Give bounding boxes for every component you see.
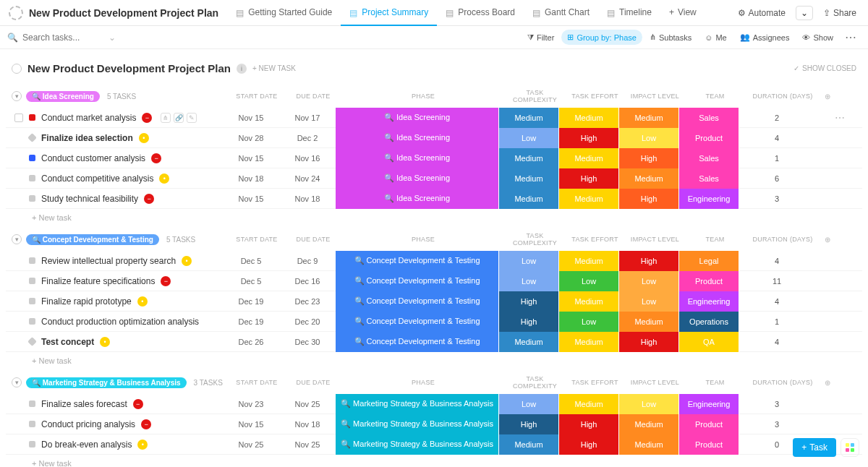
effort-cell[interactable]: High [559,168,619,189]
effort-cell[interactable]: Low [559,271,619,291]
complexity-cell[interactable]: Medium [499,108,559,128]
impact-cell[interactable]: Low [619,291,679,312]
subtasks-button[interactable]: ⋔Subtasks [644,30,697,45]
start-date-cell[interactable]: Nov 25 [223,440,279,449]
duration-cell[interactable]: 4 [739,257,814,265]
duration-cell[interactable]: 1 [739,317,814,326]
start-date-cell[interactable]: Dec 5 [223,277,279,286]
task-name-cell[interactable]: Finalize rapid prototype • [6,296,223,307]
due-date-cell[interactable]: Nov 25 [279,440,336,449]
start-date-cell[interactable]: Nov 23 [223,400,279,408]
task-name-cell[interactable]: Conduct market analysis − ⋔ 🔗 ✎ [6,113,223,123]
task-name-cell[interactable]: Finalize sales forecast − [6,399,223,409]
status-square[interactable] [29,175,35,181]
status-square[interactable] [29,318,35,325]
team-cell[interactable]: Legal [679,251,739,271]
task-checkbox[interactable] [14,113,23,122]
complexity-cell[interactable]: Medium [499,189,559,209]
team-cell[interactable]: Engineering [679,189,739,209]
phase-cell[interactable]: 🔍 Concept Development & Testing [336,251,499,271]
task-row[interactable]: Conduct pricing analysis − Nov 15 Nov 18… [6,414,862,434]
due-date-cell[interactable]: Dec 30 [279,338,336,346]
row-more-menu[interactable]: ⋯ [829,112,851,124]
duration-cell[interactable]: 4 [739,297,814,306]
complexity-cell[interactable]: Low [499,271,559,291]
team-cell[interactable]: QA [679,332,739,352]
phase-cell[interactable]: 🔍 Idea Screening [336,189,499,209]
new-task-header-button[interactable]: + NEW TASK [252,64,296,72]
start-date-cell[interactable]: Nov 15 [223,154,279,163]
status-square[interactable] [29,257,35,264]
complexity-cell[interactable]: Low [499,128,559,148]
tab-gantt-chart[interactable]: ▤Gantt Chart [524,0,598,26]
add-column[interactable]: ⊕ [820,93,835,100]
me-button[interactable]: ☺Me [699,30,733,45]
impact-cell[interactable]: High [619,148,679,168]
task-row[interactable]: Conduct customer analysis − Nov 15 Nov 1… [6,148,862,168]
filter-button[interactable]: ⧩Filter [522,30,560,45]
impact-cell[interactable]: High [619,251,679,271]
complexity-cell[interactable]: Medium [499,148,559,168]
due-date-cell[interactable]: Dec 9 [279,257,336,265]
automate-button[interactable]: ⚙ Automate [732,5,791,21]
subtask-icon[interactable]: ⋔ [161,113,171,123]
status-square[interactable] [29,195,35,202]
status-square[interactable] [29,441,35,447]
due-date-cell[interactable]: Nov 16 [279,154,336,163]
group-by-button[interactable]: ⊞Group by: Phase [561,30,642,45]
task-row[interactable]: Study technical feasibility − Nov 15 Nov… [6,189,862,209]
new-task-fab[interactable]: +Task [793,438,836,457]
task-row[interactable]: Review intellectual property search • De… [6,251,862,271]
due-date-cell[interactable]: Nov 17 [279,113,336,122]
start-date-cell[interactable]: Dec 19 [223,317,279,326]
team-cell[interactable]: Engineering [679,394,739,414]
phase-cell[interactable]: 🔍 Idea Screening [336,148,499,168]
task-row[interactable]: Finalize sales forecast − Nov 23 Nov 25 … [6,394,862,414]
effort-cell[interactable]: Medium [559,189,619,209]
complexity-cell[interactable]: High [499,291,559,312]
share-button[interactable]: ⇪ Share [817,5,862,21]
status-square[interactable] [29,278,35,284]
effort-cell[interactable]: Medium [559,332,619,352]
phase-cell[interactable]: 🔍 Marketing Strategy & Business Analysis [336,434,499,455]
task-name-cell[interactable]: Review intellectual property search • [6,256,223,266]
complexity-cell[interactable]: High [499,414,559,434]
complexity-cell[interactable]: Medium [499,434,559,455]
complexity-cell[interactable]: Low [499,251,559,271]
task-row[interactable]: Conduct market analysis − ⋔ 🔗 ✎ Nov 15 N… [6,108,862,128]
search-input[interactable] [22,33,102,43]
automate-dropdown[interactable]: ⌄ [796,6,813,20]
phase-cell[interactable]: 🔍 Idea Screening [336,168,499,189]
task-row[interactable]: Conduct competitive analysis • Nov 18 No… [6,168,862,189]
team-cell[interactable]: Operations [679,312,739,332]
effort-cell[interactable]: High [559,414,619,434]
complexity-cell[interactable]: Low [499,394,559,414]
impact-cell[interactable]: Medium [619,434,679,455]
tab-getting-started-guide[interactable]: ▤Getting Started Guide [227,0,341,26]
new-task-row[interactable]: + New task [6,455,862,467]
complexity-cell[interactable]: Medium [499,168,559,189]
task-name-cell[interactable]: Finalize idea selection • [6,133,223,143]
task-name-cell[interactable]: Do break-even analysis • [6,440,223,450]
effort-cell[interactable]: Medium [559,148,619,168]
impact-cell[interactable]: Medium [619,414,679,434]
start-date-cell[interactable]: Dec 26 [223,338,279,346]
duration-cell[interactable]: 4 [739,338,814,346]
team-cell[interactable]: Sales [679,108,739,128]
team-cell[interactable]: Product [679,271,739,291]
start-date-cell[interactable]: Dec 5 [223,257,279,265]
team-cell[interactable]: Product [679,128,739,148]
tab-project-summary[interactable]: ▤Project Summary [341,0,437,26]
due-date-cell[interactable]: Dec 2 [279,134,336,142]
impact-cell[interactable]: Medium [619,312,679,332]
due-date-cell[interactable]: Nov 25 [279,400,336,408]
task-name-cell[interactable]: Conduct customer analysis − [6,153,223,163]
effort-cell[interactable]: Medium [559,251,619,271]
phase-cell[interactable]: 🔍 Concept Development & Testing [336,332,499,352]
chevron-down-icon[interactable]: ⌄ [109,33,116,43]
status-square[interactable] [27,133,37,142]
effort-cell[interactable]: High [559,128,619,148]
collapse-toggle[interactable]: ▾ [12,91,22,101]
due-date-cell[interactable]: Dec 23 [279,297,336,306]
complexity-cell[interactable]: Medium [499,332,559,352]
